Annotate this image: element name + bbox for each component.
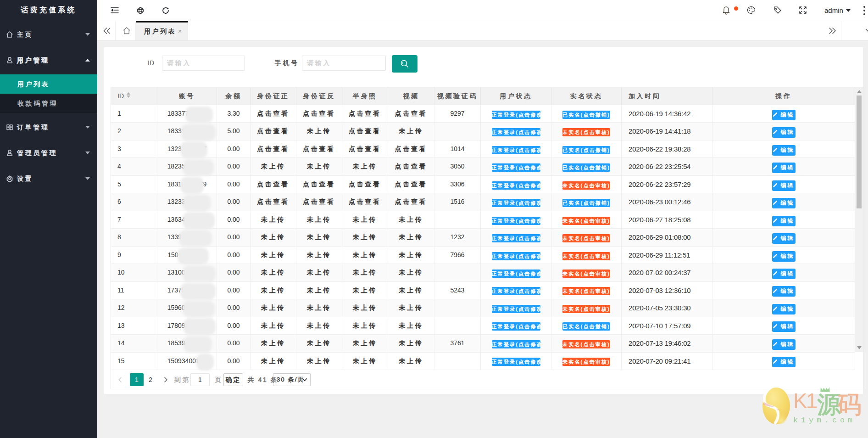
svg-text:码: 码	[838, 391, 862, 418]
svg-text:K1: K1	[793, 389, 817, 413]
svg-text:k1ym.com: k1ym.com	[793, 416, 856, 425]
